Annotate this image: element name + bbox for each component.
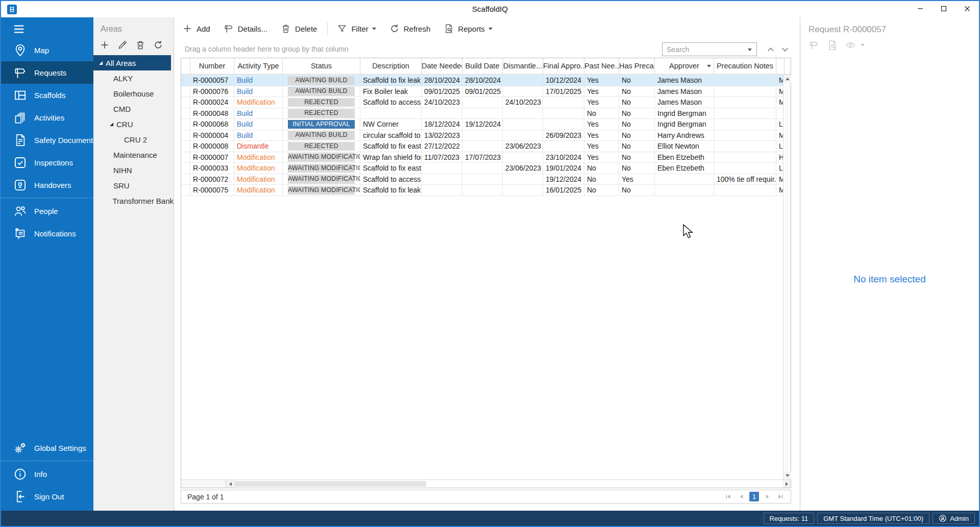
column-header-build-date[interactable]: Build Date	[462, 58, 503, 74]
tree-item-sru[interactable]: SRU	[93, 178, 174, 193]
cell-approver: Eben Etzebeth	[655, 152, 714, 163]
report-icon	[444, 23, 454, 34]
hscroll-track[interactable]	[426, 480, 782, 488]
reports-button[interactable]: Reports	[444, 23, 493, 34]
search-dropdown-caret-icon[interactable]	[748, 49, 752, 51]
sidebar-item-requests[interactable]: Requests	[1, 61, 93, 84]
areas-trash-icon[interactable]	[135, 40, 145, 50]
sidebar-item-info[interactable]: Info	[1, 463, 93, 485]
detail-signpost-icon[interactable]	[808, 40, 819, 51]
sidebar-item-handovers[interactable]: Handovers	[1, 174, 93, 196]
cell-activity-type: Dismantle	[234, 141, 283, 152]
vertical-scrollbar[interactable]	[783, 75, 791, 480]
delete-button[interactable]: Delete	[281, 23, 317, 34]
scroll-up-arrow-icon[interactable]	[783, 75, 791, 83]
column-header-final-appro[interactable]: Final Appro...	[543, 58, 584, 74]
refresh-button[interactable]: Refresh	[389, 23, 431, 34]
search-prev-chevron-up-icon[interactable]	[765, 44, 776, 55]
details-button[interactable]: Details...	[224, 23, 267, 34]
grid-row-R-0000024[interactable]: R-0000024ModificationREJECTEDScaffold to…	[181, 97, 783, 108]
column-filter-caret-icon[interactable]	[707, 65, 711, 67]
grid-row-R-0000008[interactable]: R-0000008DismantleREJECTEDScaffold to fi…	[181, 141, 783, 152]
areas-refresh-icon[interactable]	[153, 40, 163, 50]
tree-item-nihn[interactable]: NIHN	[93, 162, 174, 178]
tree-item-maintenance[interactable]: Maintenance	[93, 147, 174, 162]
tree-expander-icon[interactable]	[109, 122, 116, 127]
areas-pencil-icon[interactable]	[117, 40, 128, 50]
maximize-icon[interactable]	[932, 1, 955, 16]
tree-item-cru-2[interactable]: CRU 2	[93, 132, 174, 147]
areas-plus-icon[interactable]	[100, 40, 110, 50]
sidebar-item-map[interactable]: Map	[1, 39, 93, 61]
horizontal-scrollbar[interactable]	[181, 480, 791, 488]
signpost-icon	[13, 66, 27, 80]
last-page-icon[interactable]	[775, 492, 786, 502]
column-header-dismantle[interactable]: Dismantle...	[503, 58, 543, 74]
search-next-chevron-down-icon[interactable]	[779, 44, 791, 55]
detail-report-icon[interactable]	[827, 40, 838, 51]
grid-row-R-0000068[interactable]: R-0000068BuildINITIAL APPROVALNW Corner1…	[181, 119, 783, 130]
grid-row-R-0000048[interactable]: R-0000048BuildREJECTEDNoNoIngrid Bergman	[181, 108, 783, 119]
column-header-past-nee[interactable]: Past Nee...	[584, 58, 619, 74]
grid-row-R-0000057[interactable]: R-0000057BuildAWAITING BUILDScaffold to …	[181, 75, 783, 86]
column-header-date-needed[interactable]: Date Needed	[422, 58, 462, 74]
first-page-icon[interactable]	[723, 492, 733, 502]
column-header-precaution-notes[interactable]: Precaution Notes	[714, 58, 776, 74]
scroll-left-arrow-icon[interactable]	[226, 480, 234, 488]
sidebar-item-safety-documents[interactable]: Safety Documents	[1, 129, 93, 151]
sidebar-item-sign-out[interactable]: Sign Out	[1, 485, 93, 508]
sidebar-item-global-settings[interactable]: Global Settings	[1, 437, 93, 459]
sidebar-item-label: Scaffolds	[34, 91, 65, 100]
cell-has-precautions: No	[619, 185, 655, 196]
scroll-down-arrow-icon[interactable]	[783, 472, 791, 480]
previous-page-icon[interactable]	[736, 492, 746, 502]
hamburger-menu-icon[interactable]	[12, 23, 28, 37]
tree-item-cru[interactable]: CRU	[93, 116, 174, 132]
tree-expander-icon[interactable]	[99, 61, 106, 65]
tree-item-transformer-bank[interactable]: Transformer Bank	[93, 193, 174, 208]
sidebar-item-notifications[interactable]: Notifications	[1, 222, 93, 245]
detail-eye-icon[interactable]	[845, 40, 856, 51]
sidebar-item-people[interactable]: People	[1, 200, 93, 222]
filter-button[interactable]: Filter	[337, 23, 376, 34]
column-header-blank[interactable]	[181, 58, 190, 74]
grid-row-R-0000004[interactable]: R-0000004BuildAWAITING BUILDcircular sca…	[181, 130, 783, 141]
hscroll-thumb[interactable]	[234, 481, 426, 487]
frozen-column-splitter[interactable]	[181, 480, 226, 488]
add-button[interactable]: Add	[182, 23, 210, 34]
sidebar-divider	[1, 198, 93, 198]
sidebar-item-activities[interactable]: Activities	[1, 106, 93, 129]
tree-item-all-areas[interactable]: All Areas	[93, 55, 171, 70]
cell-past-needed: Yes	[584, 86, 619, 97]
column-header-status[interactable]: Status	[283, 58, 360, 74]
grid-row-R-0000072[interactable]: R-0000072ModificationAWAITING MODIFICATI…	[181, 174, 783, 185]
column-header-blank[interactable]	[776, 58, 785, 74]
grid-row-R-0000033[interactable]: R-0000033ModificationAWAITING MODIFICATI…	[181, 163, 783, 174]
tree-item-label: CRU	[116, 120, 133, 129]
page-indicator: Page 1 of 1	[187, 493, 224, 501]
grid-row-R-0000007[interactable]: R-0000007ModificationAWAITING MODIFICATI…	[181, 152, 783, 163]
cell-dismantle-date: 24/10/2023	[503, 97, 543, 108]
search-combobox[interactable]	[662, 42, 757, 56]
sidebar-item-inspections[interactable]: Inspections	[1, 151, 93, 174]
detail-dropdown-caret-icon[interactable]	[861, 44, 865, 46]
scroll-right-arrow-icon[interactable]	[782, 480, 791, 488]
tree-item-boilerhouse[interactable]: Boilerhouse	[93, 86, 174, 101]
close-icon[interactable]	[955, 1, 979, 16]
sidebar-item-scaffolds[interactable]: Scaffolds	[1, 84, 93, 106]
tree-item-alky[interactable]: ALKY	[93, 70, 174, 86]
search-input[interactable]	[666, 43, 742, 55]
grid-row-R-0000076[interactable]: R-0000076BuildAWAITING BUILDFix Boiler l…	[181, 86, 783, 98]
current-page-button[interactable]: 1	[749, 492, 759, 501]
column-header-has-preca[interactable]: Has Preca...	[619, 58, 655, 74]
main-panel: AddDetails...DeleteFilterRefreshReports …	[174, 17, 800, 511]
minimize-icon[interactable]	[909, 1, 932, 16]
column-header-number[interactable]: Number	[190, 58, 234, 74]
grid-row-R-0000075[interactable]: R-0000075ModificationAWAITING MODIFICATI…	[181, 185, 783, 196]
tree-item-cmd[interactable]: CMD	[93, 101, 174, 116]
next-page-icon[interactable]	[762, 492, 772, 502]
column-header-activity-type[interactable]: Activity Type	[234, 58, 283, 74]
column-header-approver[interactable]: Approver	[655, 58, 714, 74]
cell-number: R-0000004	[190, 130, 234, 141]
column-header-description[interactable]: Description	[360, 58, 422, 74]
